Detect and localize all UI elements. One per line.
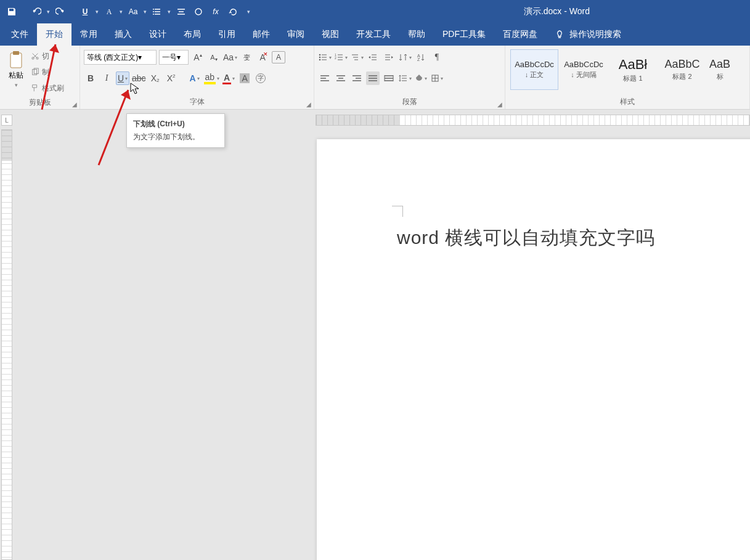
ribbon: 粘贴 ▾ 切 制 格式刷 剪贴板◢ xyxy=(0,46,750,110)
document-area[interactable]: word 横线可以自动填充文字吗 xyxy=(14,127,750,560)
clear-format-button[interactable]: A✕ xyxy=(256,51,269,64)
svg-point-1 xyxy=(153,11,154,12)
qat-underline-dropdown[interactable]: ▾ xyxy=(96,9,99,15)
qat-changecase-dropdown[interactable]: ▾ xyxy=(144,9,147,15)
font-family-combo[interactable]: 等线 (西文正文)▾ xyxy=(84,50,157,65)
tab-view[interactable]: 视图 xyxy=(313,23,348,46)
shading-button[interactable]: ▾ xyxy=(414,71,428,85)
qat-list-dropdown[interactable]: ▾ xyxy=(168,9,171,15)
clipboard-launcher[interactable]: ◢ xyxy=(72,101,77,108)
tooltip-title: 下划线 (Ctrl+U) xyxy=(133,119,218,129)
bullets-button[interactable]: ▾ xyxy=(318,51,332,64)
outdent-button[interactable] xyxy=(366,51,380,64)
qat-shape-button[interactable] xyxy=(192,5,205,18)
borders-button[interactable]: ▾ xyxy=(430,71,444,85)
undo-button[interactable] xyxy=(30,5,43,18)
tab-baidu[interactable]: 百度网盘 xyxy=(494,23,546,46)
bold-button[interactable]: B xyxy=(84,71,97,85)
tab-references[interactable]: 引用 xyxy=(210,23,244,46)
copy-label: 制 xyxy=(42,67,49,78)
distribute-button[interactable] xyxy=(382,71,396,85)
char-shading-button[interactable]: A xyxy=(238,71,251,85)
tab-layout[interactable]: 布局 xyxy=(175,23,210,46)
enclosed-char-button[interactable]: A xyxy=(272,51,285,63)
qat-formula-button[interactable]: fx xyxy=(209,5,222,18)
tab-insert[interactable]: 插入 xyxy=(106,23,141,46)
tab-home[interactable]: 开始 xyxy=(37,23,71,46)
qat-align-button[interactable] xyxy=(174,5,188,18)
text-effects-button[interactable]: A▾ xyxy=(188,71,202,85)
style-name: 标 xyxy=(717,72,724,81)
style-name: ↓ 正文 xyxy=(525,70,544,79)
styles-gallery[interactable]: AaBbCcDc ↓ 正文 AaBbCcDc ↓ 无间隔 AaBł 标题 1 A… xyxy=(509,48,733,91)
indent-button[interactable] xyxy=(382,51,396,64)
group-paragraph: ▾ 12▾ ▾ ▾ AZ ¶ ▾ ▾ ▾ 段落◢ xyxy=(314,46,505,109)
tab-file[interactable]: 文件 xyxy=(2,23,37,46)
qat-changecase-button[interactable]: Aa xyxy=(126,5,140,18)
font-size-value: 一号 xyxy=(162,52,177,63)
style-heading1[interactable]: AaBł 标题 1 xyxy=(609,49,657,90)
style-more[interactable]: AaB 标 xyxy=(707,49,732,90)
font-color-button[interactable]: A▾ xyxy=(222,71,235,85)
subscript-button[interactable]: X2 xyxy=(149,71,162,85)
margin-corner-icon xyxy=(392,206,403,217)
text-direction-button[interactable]: ▾ xyxy=(398,51,412,64)
copy-button[interactable]: 制 xyxy=(31,65,64,79)
tab-mail[interactable]: 邮件 xyxy=(244,23,279,46)
multilevel-button[interactable]: ▾ xyxy=(350,51,364,64)
sort-button[interactable]: AZ xyxy=(414,51,428,64)
tab-help[interactable]: 帮助 xyxy=(399,23,434,46)
align-center-button[interactable] xyxy=(334,71,348,85)
style-no-spacing[interactable]: AaBbCcDc ↓ 无间隔 xyxy=(560,49,608,90)
ruler-corner[interactable]: L xyxy=(1,115,12,126)
qat-underline-button[interactable]: U xyxy=(78,5,92,18)
phonetic-guide-button[interactable]: 变 xyxy=(240,51,253,64)
qat-font-dropdown[interactable]: ▾ xyxy=(120,9,123,15)
shrink-font-button[interactable]: A▾ xyxy=(207,51,221,64)
tab-pdf[interactable]: PDF工具集 xyxy=(434,23,494,46)
tell-me[interactable]: 操作说明搜索 xyxy=(555,23,621,46)
tab-developer[interactable]: 开发工具 xyxy=(348,23,399,46)
style-heading2[interactable]: AaBbC 标题 2 xyxy=(658,49,706,90)
cut-button[interactable]: 切 xyxy=(31,49,64,63)
char-border-button[interactable]: 字 xyxy=(254,71,267,85)
page[interactable]: word 横线可以自动填充文字吗 xyxy=(317,139,750,560)
strike-button[interactable]: abc xyxy=(132,71,146,85)
italic-button[interactable]: I xyxy=(100,71,113,85)
paragraph-launcher[interactable]: ◢ xyxy=(497,101,502,108)
style-normal[interactable]: AaBbCcDc ↓ 正文 xyxy=(510,49,558,90)
vertical-ruler[interactable] xyxy=(1,129,12,560)
redo-button[interactable] xyxy=(54,5,67,18)
align-left-button[interactable] xyxy=(318,71,332,85)
numbering-button[interactable]: 12▾ xyxy=(334,51,348,64)
svg-text:2: 2 xyxy=(335,56,336,60)
undo-dropdown[interactable]: ▾ xyxy=(47,9,50,15)
show-marks-button[interactable]: ¶ xyxy=(430,51,444,64)
underline-button[interactable]: U▾ xyxy=(116,71,129,85)
paste-button[interactable]: 粘贴 ▾ xyxy=(4,48,28,88)
qat-font-button[interactable]: A xyxy=(102,5,116,18)
tab-review[interactable]: 审阅 xyxy=(279,23,313,46)
svg-point-3 xyxy=(195,9,202,15)
font-size-combo[interactable]: 一号▾ xyxy=(159,50,189,65)
highlight-button[interactable]: ab▾ xyxy=(204,71,220,85)
group-clipboard: 粘贴 ▾ 切 制 格式刷 剪贴板◢ xyxy=(0,46,80,109)
document-text[interactable]: word 横线可以自动填充文字吗 xyxy=(397,225,750,251)
group-font-label: 字体 xyxy=(190,97,205,106)
align-right-button[interactable] xyxy=(350,71,364,85)
qat-customize-dropdown[interactable]: ▾ xyxy=(247,9,250,15)
superscript-button[interactable]: X2 xyxy=(165,71,178,85)
style-name: 标题 2 xyxy=(672,72,691,81)
horizontal-ruler[interactable] xyxy=(316,115,750,126)
grow-font-button[interactable]: A▴ xyxy=(191,51,205,64)
format-painter-button[interactable]: 格式刷 xyxy=(31,81,64,95)
tab-common[interactable]: 常用 xyxy=(71,23,106,46)
font-launcher[interactable]: ◢ xyxy=(306,101,311,108)
line-spacing-button[interactable]: ▾ xyxy=(398,71,412,85)
qat-list-button[interactable] xyxy=(150,5,164,18)
qat-refresh-button[interactable] xyxy=(226,5,240,18)
change-case-button[interactable]: Aa▾ xyxy=(223,51,237,64)
save-button[interactable] xyxy=(5,5,18,18)
align-justify-button[interactable] xyxy=(366,71,380,85)
tab-design[interactable]: 设计 xyxy=(141,23,175,46)
